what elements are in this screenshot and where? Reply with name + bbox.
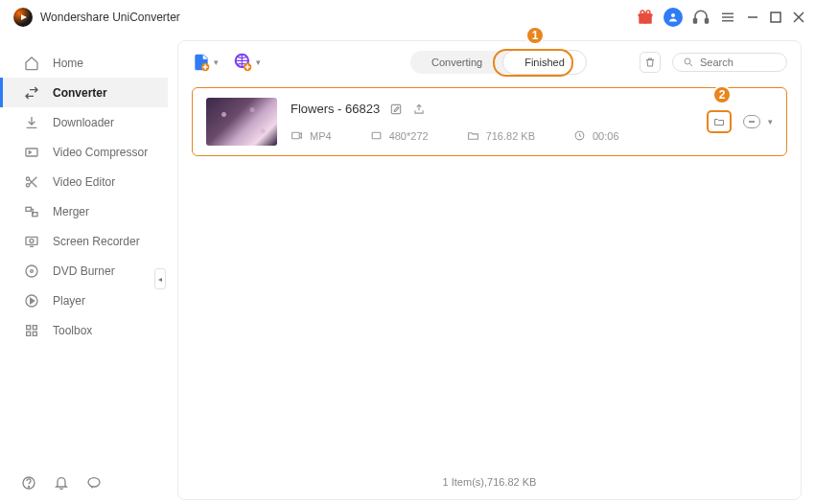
sidebar-item-editor[interactable]: Video Editor	[0, 167, 168, 196]
svg-point-3	[640, 11, 644, 14]
svg-point-22	[26, 265, 37, 277]
play-icon	[24, 293, 39, 309]
svg-rect-2	[644, 12, 646, 24]
maximize-button[interactable]	[769, 11, 782, 24]
gift-icon[interactable]	[637, 9, 654, 26]
svg-point-31	[88, 478, 100, 487]
recorder-icon	[24, 234, 39, 249]
svg-point-30	[29, 487, 30, 488]
sidebar-collapse-handle[interactable]: ◂	[154, 268, 166, 289]
svg-rect-38	[372, 132, 381, 139]
add-url-button[interactable]: ▾	[234, 53, 261, 72]
svg-rect-6	[694, 19, 697, 24]
tab-group: Converting Finished 1	[410, 51, 586, 74]
app-logo	[13, 8, 33, 27]
chevron-down-icon: ▾	[256, 57, 261, 67]
sidebar-item-toolbox[interactable]: Toolbox	[0, 315, 168, 345]
svg-rect-37	[292, 132, 300, 139]
meta-duration: 00:06	[573, 129, 619, 142]
sidebar-item-converter[interactable]: Converter	[0, 78, 168, 107]
sidebar-item-player[interactable]: Player	[0, 286, 168, 315]
tab-finished[interactable]: Finished	[502, 50, 587, 75]
folder-icon	[467, 129, 479, 142]
close-button[interactable]	[792, 11, 805, 24]
headset-icon[interactable]	[692, 9, 710, 26]
user-avatar[interactable]	[664, 8, 683, 27]
add-url-icon	[234, 53, 253, 72]
sidebar-label: Screen Recorder	[53, 235, 140, 248]
svg-point-35	[685, 58, 690, 64]
sidebar-label: Merger	[53, 205, 89, 218]
sidebar-label: Player	[53, 294, 85, 308]
compressor-icon	[24, 145, 39, 160]
sidebar-item-dvd[interactable]: DVD Burner	[0, 256, 168, 286]
sidebar-item-recorder[interactable]: Screen Recorder	[0, 226, 168, 256]
svg-rect-18	[26, 207, 31, 211]
bell-icon[interactable]	[54, 475, 69, 491]
add-file-icon	[192, 53, 211, 72]
toolbox-icon	[24, 323, 39, 338]
svg-point-4	[646, 11, 650, 14]
download-icon	[24, 115, 39, 130]
merger-icon	[24, 204, 39, 219]
scissors-icon	[24, 174, 39, 190]
chevron-down-icon: ▾	[214, 57, 219, 67]
sidebar-label: Video Editor	[53, 175, 115, 189]
svg-rect-27	[27, 332, 31, 335]
callout-badge-2: 2	[712, 85, 732, 104]
svg-point-17	[26, 183, 29, 186]
svg-rect-12	[771, 12, 780, 22]
trash-icon	[644, 57, 656, 68]
sidebar-label: Downloader	[53, 116, 114, 129]
svg-rect-20	[26, 237, 37, 244]
dimensions-icon	[370, 129, 383, 142]
svg-rect-26	[33, 325, 36, 329]
sidebar-item-home[interactable]: Home	[0, 48, 168, 78]
sidebar-label: Video Compressor	[53, 146, 148, 159]
disc-icon	[24, 263, 39, 279]
svg-point-16	[26, 177, 29, 180]
open-folder-button[interactable]: 2	[707, 110, 732, 133]
svg-point-21	[30, 239, 34, 242]
sidebar-label: Home	[53, 57, 83, 70]
rename-icon[interactable]	[389, 103, 403, 116]
sidebar-item-compressor[interactable]: Video Compressor	[0, 137, 168, 167]
sidebar-label: Toolbox	[53, 324, 92, 337]
svg-point-5	[671, 13, 675, 17]
meta-format: MP4	[291, 129, 332, 142]
delete-button[interactable]	[640, 52, 661, 73]
video-thumbnail	[206, 98, 277, 146]
sidebar-label: Converter	[53, 86, 107, 100]
sidebar-item-downloader[interactable]: Downloader	[0, 107, 168, 137]
feedback-icon[interactable]	[86, 475, 102, 491]
callout-badge-1: 1	[525, 26, 545, 45]
help-icon[interactable]	[21, 475, 36, 491]
add-file-button[interactable]: ▾	[192, 53, 219, 72]
hamburger-menu-icon[interactable]	[719, 9, 736, 26]
file-title: Flowers - 66823	[291, 102, 380, 116]
video-icon	[291, 129, 303, 142]
chevron-down-icon[interactable]: ▾	[768, 117, 773, 126]
home-icon	[24, 56, 39, 71]
converter-icon	[24, 85, 39, 101]
more-actions-button[interactable]	[743, 115, 760, 128]
svg-rect-25	[27, 325, 31, 329]
svg-point-23	[31, 269, 34, 272]
svg-rect-7	[706, 19, 709, 24]
search-input[interactable]	[700, 57, 777, 68]
meta-size: 716.82 KB	[467, 129, 535, 142]
app-title: Wondershare UniConverter	[40, 11, 180, 24]
meta-resolution: 480*272	[370, 129, 429, 142]
sidebar-item-merger[interactable]: Merger	[0, 196, 168, 226]
file-row[interactable]: Flowers - 66823 MP4 480*272	[192, 87, 787, 156]
sidebar-label: DVD Burner	[53, 264, 115, 278]
share-icon[interactable]	[412, 103, 426, 116]
minimize-button[interactable]	[746, 11, 759, 24]
search-icon	[683, 57, 694, 68]
clock-icon	[573, 129, 586, 142]
sidebar: Home Converter Downloader Video Compress…	[0, 34, 168, 504]
tab-converting[interactable]: Converting	[410, 51, 503, 74]
svg-rect-28	[33, 332, 36, 335]
search-box[interactable]	[672, 53, 787, 72]
status-bar: 1 Item(s),716.82 KB	[178, 469, 801, 499]
